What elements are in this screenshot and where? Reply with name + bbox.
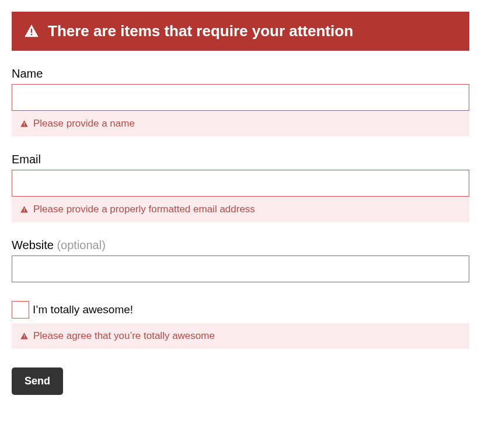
warning-icon <box>20 120 29 128</box>
website-input[interactable] <box>12 256 469 282</box>
website-optional-text: (optional) <box>57 239 105 251</box>
svg-rect-4 <box>24 208 25 211</box>
svg-rect-0 <box>31 29 32 33</box>
email-field-group: Email Please provide a properly formatte… <box>12 153 469 222</box>
awesome-error-message: Please agree that you’re totally awesome <box>12 323 469 349</box>
name-error-message: Please provide a name <box>12 111 469 136</box>
awesome-error-text: Please agree that you’re totally awesome <box>33 330 215 342</box>
send-button[interactable]: Send <box>12 368 63 395</box>
svg-rect-7 <box>24 337 25 338</box>
awesome-checkbox[interactable] <box>12 301 29 318</box>
svg-rect-6 <box>24 335 25 337</box>
alert-heading: There are items that require your attent… <box>48 22 353 40</box>
website-label-text: Website <box>12 239 54 251</box>
svg-rect-1 <box>31 34 32 35</box>
svg-rect-2 <box>24 123 25 125</box>
email-input[interactable] <box>12 170 469 197</box>
name-error-text: Please provide a name <box>33 118 135 130</box>
website-label: Website (optional) <box>12 239 469 252</box>
awesome-checkbox-row: I’m totally awesome! <box>12 301 469 318</box>
warning-icon <box>23 23 40 40</box>
awesome-checkbox-label: I’m totally awesome! <box>33 303 133 316</box>
svg-rect-5 <box>24 211 25 211</box>
warning-icon <box>20 205 29 214</box>
website-field-group: Website (optional) <box>12 239 469 282</box>
svg-rect-3 <box>24 125 25 125</box>
email-label: Email <box>12 153 469 166</box>
email-error-text: Please provide a properly formatted emai… <box>33 204 255 215</box>
email-error-message: Please provide a properly formatted emai… <box>12 197 469 222</box>
warning-icon <box>20 332 29 341</box>
name-field-group: Name Please provide a name <box>12 67 469 136</box>
validation-alert-banner: There are items that require your attent… <box>12 12 469 51</box>
name-label: Name <box>12 67 469 80</box>
name-input[interactable] <box>12 84 469 111</box>
